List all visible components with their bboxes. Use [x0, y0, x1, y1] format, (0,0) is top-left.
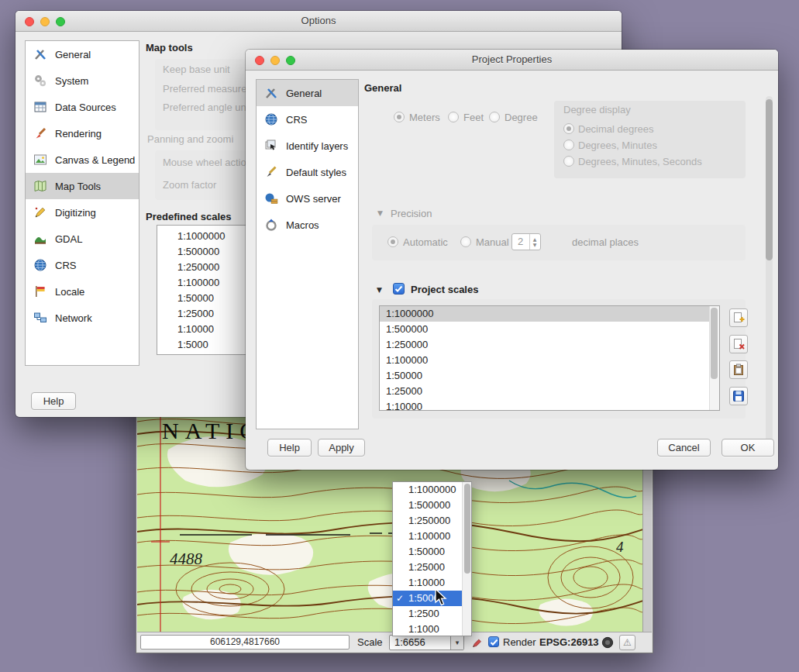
sidebar-item-crs[interactable]: CRS — [257, 106, 358, 133]
styles-icon — [262, 163, 281, 181]
sidebar-item-map-tools[interactable]: Map Tools — [26, 173, 139, 199]
scale-item[interactable]: 1:500000 — [380, 322, 719, 337]
close-button[interactable] — [25, 17, 34, 26]
pp-titlebar[interactable]: Project Properties — [246, 50, 778, 71]
sidebar-item-canvas-legend[interactable]: Canvas & Legend — [26, 146, 139, 173]
sidebar-item-macros[interactable]: Macros — [257, 212, 358, 238]
dropdown-item[interactable]: 1:1000 — [393, 622, 471, 637]
dropdown-item[interactable]: 1:2500 — [393, 606, 471, 622]
gdal-icon — [31, 229, 50, 248]
crs-status-icon[interactable] — [601, 636, 615, 650]
apply-button[interactable]: Apply — [318, 439, 365, 457]
stepper-up-icon[interactable]: ▲ — [533, 236, 537, 242]
sidebar-item-data-sources[interactable]: Data Sources — [26, 94, 139, 120]
dropdown-scrollbar[interactable] — [462, 482, 471, 636]
decimal-degrees-radio[interactable] — [563, 123, 574, 134]
sidebar-item-general[interactable]: General — [26, 41, 139, 67]
mouse-wheel-label: Mouse wheel actio — [163, 157, 246, 168]
close-button[interactable] — [255, 56, 264, 65]
sidebar-item-label: Default styles — [286, 167, 346, 178]
remove-scale-button[interactable] — [729, 335, 748, 353]
map-label-elevation: 4488 — [170, 550, 203, 568]
pp-general-heading: General — [364, 82, 401, 94]
warning-icon[interactable]: ⚠ — [619, 635, 635, 650]
decimal-degrees-label: Decimal degrees — [578, 123, 654, 135]
meters-radio[interactable] — [394, 112, 405, 122]
window-scrollbar[interactable] — [766, 96, 773, 441]
sidebar-item-crs[interactable]: CRS — [26, 252, 139, 278]
zoom-factor-label: Zoom factor — [163, 179, 216, 191]
save-scales-button[interactable] — [729, 387, 748, 405]
zoom-button[interactable] — [286, 56, 295, 65]
dropdown-item[interactable]: 1:25000 — [393, 560, 471, 575]
preferred-measure-label: Preferred measure — [163, 83, 246, 95]
add-scale-icon — [732, 311, 746, 325]
load-scales-button[interactable] — [729, 360, 748, 379]
cancel-button[interactable]: Cancel — [657, 439, 711, 457]
sidebar-item-label: General — [286, 88, 322, 99]
list-scrollbar[interactable] — [709, 306, 719, 410]
degree-radio[interactable] — [489, 112, 500, 122]
project-scales-checkbox[interactable] — [393, 283, 405, 295]
dropdown-item[interactable]: 1:10000 — [393, 575, 471, 591]
sidebar-item-label: Digitizing — [55, 207, 96, 219]
window-title: Project Properties — [472, 53, 552, 65]
edit-pen-icon[interactable] — [470, 636, 484, 650]
scale-dropdown: 1:1000000 1:500000 1:250000 1:100000 1:5… — [392, 481, 472, 636]
scale-item[interactable]: 1:250000 — [380, 337, 719, 353]
sidebar-item-ows-server[interactable]: OWS server — [257, 185, 358, 212]
scale-combo[interactable]: 1:6656 ▾ — [389, 635, 464, 650]
degrees-minutes-seconds-radio[interactable] — [563, 156, 574, 167]
manual-radio[interactable] — [460, 236, 471, 247]
scale-item-selected[interactable]: 1:1000000 — [380, 306, 719, 322]
sidebar-item-digitizing[interactable]: Digitizing — [26, 199, 139, 226]
decimal-places-stepper[interactable]: 2 ▲▼ — [511, 233, 541, 250]
check-icon: ✓ — [396, 591, 404, 606]
sidebar-item-system[interactable]: System — [26, 67, 139, 94]
scale-item[interactable]: 1:100000 — [380, 353, 719, 368]
precision-collapse-icon[interactable]: ▼ — [377, 209, 383, 217]
sidebar-item-rendering[interactable]: Rendering — [26, 120, 139, 146]
dropdown-item[interactable]: 1:500000 — [393, 498, 471, 513]
automatic-radio[interactable] — [387, 236, 398, 247]
minimize-button[interactable] — [40, 17, 50, 26]
sidebar-item-locale[interactable]: Locale — [26, 278, 139, 305]
dropdown-item-selected[interactable]: ✓1:5000 — [393, 591, 471, 606]
manual-label: Manual — [476, 236, 509, 248]
zoom-button[interactable] — [56, 17, 65, 26]
dropdown-item[interactable]: 1:100000 — [393, 529, 471, 544]
sidebar-item-identify-layers[interactable]: Identify layers — [257, 133, 358, 159]
sidebar-item-default-styles[interactable]: Default styles — [257, 159, 358, 185]
map-icon — [31, 177, 50, 195]
scale-item[interactable]: 1:25000 — [380, 384, 719, 399]
macros-icon — [262, 215, 281, 234]
dropdown-item[interactable]: 1:1000000 — [393, 482, 471, 498]
help-button[interactable]: Help — [31, 392, 76, 410]
sidebar-item-general[interactable]: General — [257, 80, 358, 106]
keep-base-unit-label: Keep base unit — [163, 64, 230, 75]
minimize-button[interactable] — [270, 56, 280, 65]
canvas-icon — [31, 150, 50, 169]
server-icon — [262, 189, 281, 208]
combo-arrow-icon[interactable]: ▾ — [450, 636, 463, 650]
degrees-minutes-radio[interactable] — [563, 140, 574, 150]
scale-combo-value: 1:6656 — [394, 636, 425, 650]
stepper-down-icon[interactable]: ▼ — [533, 242, 537, 247]
feet-radio[interactable] — [448, 112, 459, 122]
scale-item[interactable]: 1:10000 — [380, 399, 719, 411]
predefined-scales-heading: Predefined scales — [146, 211, 232, 222]
ok-button[interactable]: OK — [722, 439, 774, 457]
scale-item[interactable]: 1:50000 — [380, 368, 719, 384]
add-scale-button[interactable] — [729, 308, 748, 327]
options-titlebar[interactable]: Options — [15, 11, 622, 32]
sidebar-item-gdal[interactable]: GDAL — [26, 226, 139, 252]
help-button[interactable]: Help — [267, 439, 312, 457]
render-checkbox[interactable] — [488, 636, 499, 647]
dropdown-item[interactable]: 1:250000 — [393, 513, 471, 529]
coordinate-box[interactable]: 606129,4817660 — [140, 635, 350, 650]
dropdown-item[interactable]: 1:50000 — [393, 544, 471, 560]
sidebar-item-network[interactable]: Network — [26, 305, 139, 331]
project-scales-heading: Project scales — [411, 284, 478, 295]
sidebar-item-label: Canvas & Legend — [55, 154, 135, 166]
project-scales-collapse-icon[interactable]: ▼ — [377, 286, 382, 294]
